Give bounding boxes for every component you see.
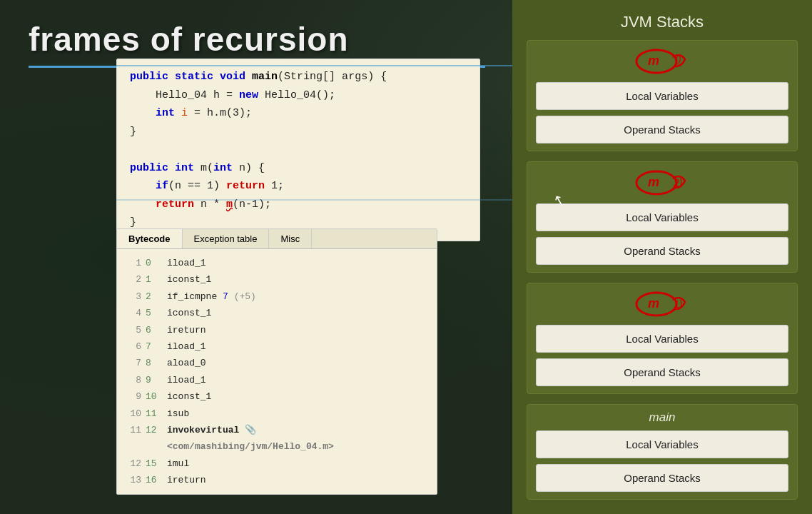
svg-text:m: m [648,54,659,68]
svg-text:m: m [648,296,659,311]
code-line-3: int i = h.m(3); [130,104,467,123]
jvm-title: JVM Stacks [527,7,798,40]
operand-stack-btn-m1[interactable]: Operand Stacks [536,358,788,386]
operand-stack-btn-m3[interactable]: Operand Stacks [536,116,788,143]
bytecode-tabs: Bytecode Exception table Misc [117,229,437,249]
stack-frame-m2: m 2) Local Variables Operand Stacks [527,161,798,273]
bc-row-5: 5 6 ireturn [126,322,428,338]
operand-stack-btn-m2[interactable]: Operand Stacks [536,237,788,265]
code-panel: public static void main(String[] args) {… [116,59,480,241]
m2-annotation: m 2) [634,168,691,198]
stack-frame-m1: m 1) Local Variables Operand Stacks [527,283,798,394]
bc-row-10: 10 11 isub [126,405,428,422]
local-vars-btn-m1[interactable]: Local Variables [536,325,788,353]
frame-label-main: main [536,410,788,425]
code-line-2: Hello_04 h = new Hello_04(); [130,86,467,105]
code-line-1: public static void main(String[] args) { [130,68,467,86]
bc-row-9: 9 10 iconst_1 [126,388,428,405]
stack-frame-main: main Local Variables Operand Stacks [527,404,798,500]
bytecode-content: 1 0 iload_1 2 1 iconst_1 3 2 if_icmpne 7… [117,249,437,494]
bc-row-6: 6 7 iload_1 [126,338,428,355]
bc-row-11: 11 12 invokevirtual 📎 <com/mashibing/jvm… [126,422,428,455]
jvm-panel: JVM Stacks m () Local Variables Operand … [512,0,812,514]
bc-row-12: 12 15 imul [126,455,428,472]
bc-row-4: 4 5 iconst_1 [126,305,428,321]
bc-row-2: 2 1 iconst_1 [126,271,428,288]
frame-label-m1: m 1) [536,289,788,319]
bc-row-3: 3 2 if_icmpne 7 (+5) [126,288,428,305]
local-vars-btn-main[interactable]: Local Variables [536,430,788,458]
svg-text:2): 2) [673,177,682,188]
code-line-5: public int m(int n) { [130,159,467,178]
code-line-6: if(n == 1) return 1; [130,177,467,196]
frame-label-m3: m () [536,46,788,76]
stack-frame-m3: m () Local Variables Operand Stacks [527,40,798,151]
tab-exception-table[interactable]: Exception table [183,229,270,248]
m3-annotation: m () [634,46,691,76]
page-title: frames of recursion [29,20,348,59]
code-line-4: } [130,123,467,141]
svg-text:m: m [648,175,659,189]
local-vars-btn-m2[interactable]: Local Variables [536,203,788,231]
svg-text:(): () [675,54,681,64]
tab-bytecode[interactable]: Bytecode [117,229,183,248]
m1-annotation: m 1) [634,289,691,319]
bc-row-8: 8 9 iload_1 [126,372,428,388]
operand-stack-btn-main[interactable]: Operand Stacks [536,464,788,492]
bc-row-7: 7 8 aload_0 [126,355,428,371]
code-line-7: return n * m(n-1); [130,196,467,214]
tab-misc[interactable]: Misc [269,229,312,248]
bc-row-13: 13 16 ireturn [126,472,428,488]
bytecode-panel: Bytecode Exception table Misc 1 0 iload_… [116,228,437,495]
svg-text:1): 1) [674,298,682,310]
local-vars-btn-m3[interactable]: Local Variables [536,82,788,110]
bc-row-1: 1 0 iload_1 [126,255,428,271]
frame-label-m2: m 2) [536,168,788,198]
